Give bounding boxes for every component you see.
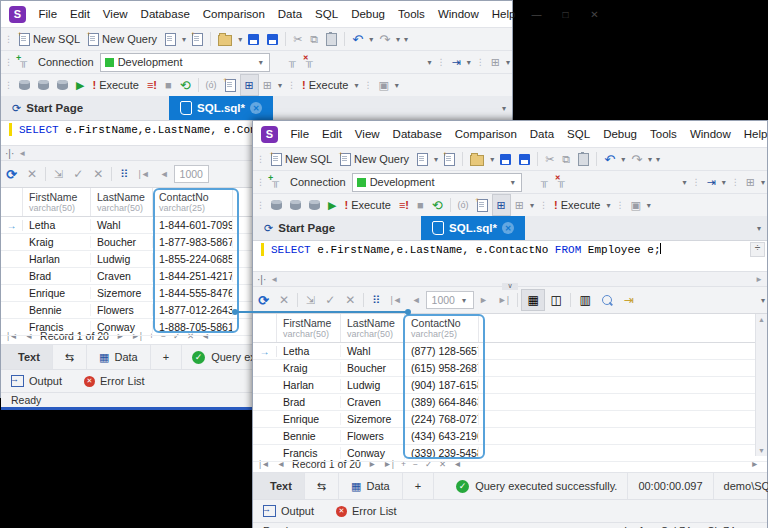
db-check-button[interactable] — [53, 75, 72, 95]
menu-debug[interactable]: Debug — [597, 128, 644, 140]
tab-data[interactable]: ▦Data — [87, 345, 151, 369]
next-page-button[interactable]: ► — [474, 290, 493, 310]
run-button[interactable]: ▶ — [72, 75, 88, 95]
grid-refresh-button[interactable]: ⟳ — [253, 290, 274, 310]
new-connection-button[interactable] — [15, 52, 32, 72]
execute-script-button[interactable]: ≡! — [395, 195, 413, 215]
new-connection-button[interactable] — [267, 172, 284, 192]
debugger-button[interactable]: ▣ — [626, 195, 644, 215]
table-row[interactable]: → LethaWahl(877) 128-5657 — [253, 343, 767, 360]
scroll-left-icon[interactable]: ◄ — [270, 275, 278, 284]
tab-text[interactable]: Text — [1, 345, 53, 369]
find-button[interactable] — [596, 290, 618, 310]
execute-button[interactable]: !Execute — [340, 195, 394, 215]
layout-button[interactable]: ⊞ — [487, 52, 504, 72]
execute2-dropdown[interactable]: ▾ — [352, 81, 360, 90]
tiles-dropdown[interactable]: ▾ — [276, 81, 284, 90]
menu-database[interactable]: Database — [134, 8, 196, 20]
redo-button[interactable]: ↷ — [627, 149, 646, 169]
open-dropdown[interactable]: ▾ — [488, 155, 496, 164]
results-grid-button[interactable]: ⊞ — [492, 194, 511, 216]
menu-tools[interactable]: Tools — [392, 8, 432, 20]
editor-splitter-button[interactable]: ÷ — [750, 242, 765, 257]
scroll-right-icon[interactable]: ► — [755, 275, 767, 284]
new-file-button[interactable] — [440, 149, 459, 169]
splitter-grip[interactable]: ·|· — [253, 274, 270, 285]
grid-export-button[interactable]: ⇲ — [301, 290, 320, 310]
disconnect-button[interactable] — [553, 172, 570, 192]
menu-edit[interactable]: Edit — [316, 128, 349, 140]
new-document-dropdown[interactable]: ▾ — [180, 35, 188, 44]
add-pane-button[interactable]: + — [403, 473, 434, 499]
export-plan-button[interactable] — [221, 75, 240, 95]
swap-panes-button[interactable]: ⇆ — [305, 473, 339, 499]
swap-panes-button[interactable]: ⇆ — [53, 345, 87, 369]
column-visibility-button[interactable]: ▥ — [574, 290, 596, 310]
col-header-contactno[interactable]: ContactNovarchar(25) — [405, 314, 479, 342]
new-file-button[interactable] — [188, 29, 207, 49]
save-all-button[interactable] — [263, 29, 282, 49]
first-page-button[interactable]: |◄ — [385, 290, 406, 310]
cut-button[interactable]: ✂ — [289, 29, 306, 49]
page-size-input[interactable]: 1000 — [174, 165, 209, 183]
table-row[interactable]: BennieFlowers(434) 643-2196 — [253, 428, 767, 445]
layout-dropdown[interactable]: ▾ — [504, 58, 512, 67]
db-refresh-button[interactable] — [286, 195, 305, 215]
layout-button[interactable]: ⊞ — [742, 172, 759, 192]
menu-view[interactable]: View — [348, 128, 386, 140]
minimize-button[interactable]: — — [522, 1, 551, 27]
grid-export-button[interactable]: ⇲ — [49, 164, 68, 184]
new-document-dropdown[interactable]: ▾ — [432, 155, 440, 164]
last-page-button[interactable]: ►| — [493, 290, 514, 310]
execute-script-button[interactable]: ≡! — [143, 75, 161, 95]
save-button[interactable] — [244, 29, 263, 49]
debugger-dropdown[interactable]: ▾ — [393, 81, 401, 90]
menu-window[interactable]: Window — [431, 8, 485, 20]
toolbar-overflow[interactable]: ▾ — [654, 155, 662, 164]
results-grid-button[interactable]: ⊞ — [240, 74, 259, 96]
save-button[interactable] — [496, 149, 515, 169]
tab-text[interactable]: Text — [253, 473, 305, 499]
disconnect-button[interactable] — [301, 52, 318, 72]
paging-button[interactable]: ⠿ — [367, 290, 385, 310]
export-data-button[interactable]: ⇥ — [618, 290, 640, 310]
menu-edit[interactable]: Edit — [64, 8, 97, 20]
copy-button[interactable]: ⧉ — [306, 29, 322, 49]
debugger-button[interactable]: ▣ — [374, 75, 392, 95]
paging-button[interactable]: ⠿ — [115, 164, 133, 184]
first-page-button[interactable]: |◄ — [133, 164, 154, 184]
undo-button[interactable]: ↶ — [600, 149, 619, 169]
layout-dropdown[interactable]: ▾ — [759, 178, 767, 187]
toolbar-overflow[interactable]: ▾ — [402, 35, 410, 44]
prev-page-button[interactable]: ◄ — [155, 164, 174, 184]
cut-button[interactable]: ✂ — [541, 149, 558, 169]
commit-button[interactable]: ✓ — [320, 290, 340, 310]
menu-data[interactable]: Data — [271, 8, 308, 20]
menu-tools[interactable]: Tools — [644, 128, 684, 140]
new-sql-button[interactable]: New SQL — [15, 29, 84, 49]
card-view-button[interactable]: ◫ — [545, 290, 567, 310]
open-button[interactable] — [466, 149, 488, 169]
connection-select[interactable]: Development ▾ — [100, 53, 270, 72]
tab-data[interactable]: ▦Data — [339, 473, 403, 499]
new-sql-button[interactable]: New SQL — [267, 149, 336, 169]
connect-button[interactable] — [284, 52, 301, 72]
export-plan-button[interactable] — [473, 195, 492, 215]
tab-output[interactable]: Output — [263, 505, 314, 517]
tab-sql-file[interactable]: SQL.sql* ✕ — [421, 216, 525, 240]
sql-editor[interactable]: SELECT e.FirstName,e.LastName, e.Contact… — [253, 241, 767, 271]
grid-cancel-button[interactable]: ✕ — [22, 164, 42, 184]
grid-vscrollbar[interactable]: ▲▼ — [755, 314, 767, 456]
tab-sql-file[interactable]: SQL.sql* ✕ — [169, 96, 273, 120]
new-query-button[interactable]: New Query — [84, 29, 161, 49]
menu-comparison[interactable]: Comparison — [448, 128, 523, 140]
tiles-button[interactable]: ⊞ — [259, 75, 276, 95]
save-all-button[interactable] — [515, 149, 534, 169]
execute2-dropdown[interactable]: ▾ — [604, 201, 612, 210]
debugger-dropdown[interactable]: ▾ — [645, 201, 653, 210]
indent-dropdown[interactable]: ▾ — [720, 178, 728, 187]
connect-button[interactable] — [536, 172, 553, 192]
grid-refresh-button[interactable]: ⟳ — [1, 164, 22, 184]
db-refresh-button[interactable] — [34, 75, 53, 95]
new-document-button[interactable] — [161, 29, 180, 49]
